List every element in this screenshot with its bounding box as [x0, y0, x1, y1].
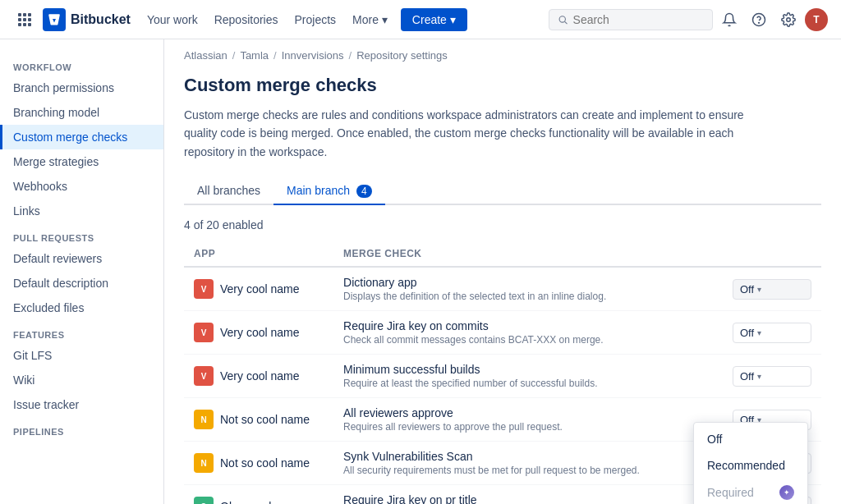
app-name: Very cool name: [220, 369, 300, 383]
settings-icon[interactable]: [775, 7, 802, 33]
table-row: V Very cool name Minimum successful buil…: [184, 355, 821, 398]
status-label: Off: [740, 370, 754, 383]
breadcrumb-innvervisions[interactable]: Innvervisions: [282, 49, 344, 62]
sidebar-item-issue-tracker[interactable]: Issue tracker: [0, 392, 163, 417]
avatar[interactable]: T: [805, 8, 828, 31]
app-icon: N: [194, 410, 214, 429]
chevron-down-icon: ▾: [757, 285, 761, 294]
logo[interactable]: Bitbucket: [43, 8, 131, 31]
sidebar-item-default-description[interactable]: Default description: [0, 271, 163, 296]
breadcrumb-tamla[interactable]: Tamla: [240, 49, 269, 62]
app-cell: N Not so cool name: [194, 410, 324, 429]
check-desc: Displays the definition of the selected …: [343, 291, 713, 302]
app-cell: O Okay cool name: [194, 497, 324, 504]
breadcrumb-current: Repository settings: [356, 49, 448, 62]
search-box[interactable]: [549, 9, 713, 30]
chevron-down-icon: ▾: [757, 372, 761, 381]
main-content: Atlassian / Tamla / Innvervisions / Repo…: [164, 39, 841, 504]
more-nav[interactable]: More ▾: [346, 0, 394, 39]
app-icon: V: [194, 279, 214, 299]
sidebar-item-default-reviewers[interactable]: Default reviewers: [0, 246, 163, 271]
app-switcher-icon[interactable]: [13, 8, 36, 31]
app-cell: V Very cool name: [194, 279, 324, 299]
app-name: Very cool name: [220, 326, 300, 339]
tab-main-branch[interactable]: Main branch 4: [273, 177, 385, 205]
check-desc: Require at least the specified number of…: [343, 378, 713, 389]
check-desc: Check all commit messages contains BCAT-…: [343, 334, 713, 346]
sidebar-item-custom-merge-checks[interactable]: Custom merge checks: [0, 125, 163, 149]
sidebar-item-excluded-files[interactable]: Excluded files: [0, 296, 163, 320]
check-name: Require Jira key on commits: [343, 319, 713, 332]
check-info: Synk Vulnerabilities Scan All security r…: [343, 450, 713, 476]
your-work-nav[interactable]: Your work: [140, 0, 205, 39]
page-title: Custom merge checks: [184, 75, 821, 96]
col-app: App: [184, 241, 333, 267]
check-desc: All security requirements must be met fo…: [343, 465, 713, 476]
status-label: Off: [740, 283, 754, 296]
check-name: Synk Vulnerabilities Scan: [343, 450, 713, 463]
logo-text: Bitbucket: [71, 12, 131, 27]
col-merge-check: Merge check: [333, 241, 723, 267]
sidebar-item-links[interactable]: Links: [0, 199, 163, 223]
app-icon: V: [194, 323, 214, 342]
page-description: Custom merge checks are rules and condit…: [184, 106, 775, 161]
notifications-icon[interactable]: [716, 7, 742, 33]
main-layout: WORKFLOW Branch permissions Branching mo…: [0, 39, 841, 504]
app-icon: N: [194, 453, 214, 473]
workflow-section-label: WORKFLOW: [0, 53, 163, 76]
app-icon: O: [194, 497, 214, 504]
status-dropdown-trigger-0[interactable]: Off ▾: [733, 279, 811, 300]
status-label: Off: [740, 327, 754, 339]
chevron-down-icon: ▾: [757, 328, 761, 337]
app-icon: V: [194, 366, 214, 386]
sidebar-item-wiki[interactable]: Wiki: [0, 368, 163, 392]
pipelines-section-label: PIPELINES: [0, 417, 163, 440]
tab-all-branches[interactable]: All branches: [184, 177, 273, 205]
search-icon: [558, 14, 568, 25]
enabled-count: 4 of 20 enabled: [184, 218, 821, 231]
app-name: Very cool name: [220, 282, 300, 296]
tabs: All branches Main branch 4: [184, 177, 821, 205]
repositories-nav[interactable]: Repositories: [208, 0, 285, 39]
projects-nav[interactable]: Projects: [287, 0, 342, 39]
create-button[interactable]: Create ▾: [401, 8, 467, 31]
sidebar-item-branch-permissions[interactable]: Branch permissions: [0, 76, 163, 100]
app-name: Not so cool name: [220, 413, 310, 426]
breadcrumb-atlassian[interactable]: Atlassian: [184, 49, 227, 62]
status-dropdown-trigger-2[interactable]: Off ▾: [733, 366, 811, 387]
bitbucket-icon: [43, 8, 66, 31]
help-icon[interactable]: [746, 7, 772, 33]
svg-line-1: [565, 21, 568, 24]
check-name: Dictionary app: [343, 276, 713, 289]
pull-requests-section-label: PULL REQUESTS: [0, 223, 163, 246]
app-cell: N Not so cool name: [194, 453, 324, 473]
check-info: Require Jira key on commits Check all co…: [343, 319, 713, 346]
dropdown-off[interactable]: Off: [694, 426, 807, 452]
svg-point-4: [787, 17, 791, 21]
check-name: All reviewers approve: [343, 406, 713, 419]
check-desc: Requires all reviewers to approve the pu…: [343, 421, 713, 433]
status-dropdown-trigger-1[interactable]: Off ▾: [733, 323, 811, 343]
sidebar-item-git-lfs[interactable]: Git LFS: [0, 343, 163, 368]
check-info: Minimum successful builds Require at lea…: [343, 363, 713, 389]
search-input[interactable]: [573, 13, 704, 26]
app-cell: V Very cool name: [194, 366, 324, 386]
sidebar-item-branching-model[interactable]: Branching model: [0, 100, 163, 125]
check-info: Require Jira key on pr title Self-explan…: [343, 493, 713, 504]
app-cell: V Very cool name: [194, 323, 324, 342]
check-name: Minimum successful builds: [343, 363, 713, 376]
check-name: Require Jira key on pr title: [343, 493, 713, 504]
dropdown-recommended[interactable]: Recommended: [694, 452, 807, 479]
dropdown-required: Required ✦: [694, 479, 807, 504]
app-name: Okay cool name: [220, 500, 303, 504]
tab-badge-main-branch: 4: [356, 185, 372, 198]
col-status: [723, 241, 821, 267]
check-info: All reviewers approve Requires all revie…: [343, 406, 713, 433]
app-name: Not so cool name: [220, 456, 310, 470]
sidebar-item-merge-strategies[interactable]: Merge strategies: [0, 149, 163, 174]
sidebar-item-webhooks[interactable]: Webhooks: [0, 174, 163, 199]
table-row: V Very cool name Require Jira key on com…: [184, 311, 821, 355]
premium-icon: ✦: [779, 485, 794, 500]
breadcrumb: Atlassian / Tamla / Innvervisions / Repo…: [164, 39, 841, 62]
table-row: V Very cool name Dictionary app Displays…: [184, 267, 821, 311]
